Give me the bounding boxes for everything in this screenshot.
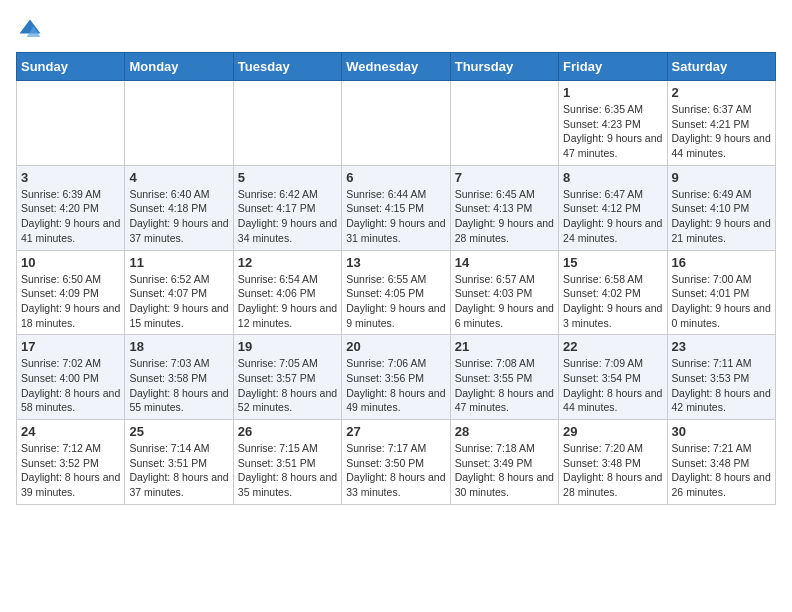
day-cell: 6Sunrise: 6:44 AM Sunset: 4:15 PM Daylig… bbox=[342, 165, 450, 250]
day-info: Sunrise: 7:11 AM Sunset: 3:53 PM Dayligh… bbox=[672, 356, 771, 415]
header-thursday: Thursday bbox=[450, 53, 558, 81]
day-info: Sunrise: 6:52 AM Sunset: 4:07 PM Dayligh… bbox=[129, 272, 228, 331]
day-number: 9 bbox=[672, 170, 771, 185]
day-info: Sunrise: 7:05 AM Sunset: 3:57 PM Dayligh… bbox=[238, 356, 337, 415]
day-cell: 10Sunrise: 6:50 AM Sunset: 4:09 PM Dayli… bbox=[17, 250, 125, 335]
day-cell: 8Sunrise: 6:47 AM Sunset: 4:12 PM Daylig… bbox=[559, 165, 667, 250]
day-info: Sunrise: 7:18 AM Sunset: 3:49 PM Dayligh… bbox=[455, 441, 554, 500]
header-row: SundayMondayTuesdayWednesdayThursdayFrid… bbox=[17, 53, 776, 81]
day-number: 21 bbox=[455, 339, 554, 354]
day-info: Sunrise: 6:57 AM Sunset: 4:03 PM Dayligh… bbox=[455, 272, 554, 331]
day-info: Sunrise: 6:49 AM Sunset: 4:10 PM Dayligh… bbox=[672, 187, 771, 246]
day-cell: 15Sunrise: 6:58 AM Sunset: 4:02 PM Dayli… bbox=[559, 250, 667, 335]
day-number: 15 bbox=[563, 255, 662, 270]
day-cell bbox=[450, 81, 558, 166]
day-cell: 12Sunrise: 6:54 AM Sunset: 4:06 PM Dayli… bbox=[233, 250, 341, 335]
day-info: Sunrise: 7:09 AM Sunset: 3:54 PM Dayligh… bbox=[563, 356, 662, 415]
calendar-table: SundayMondayTuesdayWednesdayThursdayFrid… bbox=[16, 52, 776, 505]
day-info: Sunrise: 7:03 AM Sunset: 3:58 PM Dayligh… bbox=[129, 356, 228, 415]
day-number: 6 bbox=[346, 170, 445, 185]
day-cell: 16Sunrise: 7:00 AM Sunset: 4:01 PM Dayli… bbox=[667, 250, 775, 335]
day-info: Sunrise: 7:12 AM Sunset: 3:52 PM Dayligh… bbox=[21, 441, 120, 500]
day-cell: 5Sunrise: 6:42 AM Sunset: 4:17 PM Daylig… bbox=[233, 165, 341, 250]
day-info: Sunrise: 6:40 AM Sunset: 4:18 PM Dayligh… bbox=[129, 187, 228, 246]
day-cell: 28Sunrise: 7:18 AM Sunset: 3:49 PM Dayli… bbox=[450, 420, 558, 505]
day-number: 1 bbox=[563, 85, 662, 100]
day-number: 18 bbox=[129, 339, 228, 354]
day-number: 27 bbox=[346, 424, 445, 439]
day-cell: 4Sunrise: 6:40 AM Sunset: 4:18 PM Daylig… bbox=[125, 165, 233, 250]
week-row-4: 17Sunrise: 7:02 AM Sunset: 4:00 PM Dayli… bbox=[17, 335, 776, 420]
day-info: Sunrise: 6:35 AM Sunset: 4:23 PM Dayligh… bbox=[563, 102, 662, 161]
calendar-header: SundayMondayTuesdayWednesdayThursdayFrid… bbox=[17, 53, 776, 81]
day-info: Sunrise: 6:58 AM Sunset: 4:02 PM Dayligh… bbox=[563, 272, 662, 331]
day-number: 22 bbox=[563, 339, 662, 354]
day-info: Sunrise: 6:39 AM Sunset: 4:20 PM Dayligh… bbox=[21, 187, 120, 246]
day-number: 13 bbox=[346, 255, 445, 270]
day-number: 5 bbox=[238, 170, 337, 185]
day-cell bbox=[342, 81, 450, 166]
day-info: Sunrise: 6:45 AM Sunset: 4:13 PM Dayligh… bbox=[455, 187, 554, 246]
day-number: 11 bbox=[129, 255, 228, 270]
day-info: Sunrise: 6:37 AM Sunset: 4:21 PM Dayligh… bbox=[672, 102, 771, 161]
day-info: Sunrise: 7:17 AM Sunset: 3:50 PM Dayligh… bbox=[346, 441, 445, 500]
day-number: 16 bbox=[672, 255, 771, 270]
day-cell: 2Sunrise: 6:37 AM Sunset: 4:21 PM Daylig… bbox=[667, 81, 775, 166]
day-info: Sunrise: 6:47 AM Sunset: 4:12 PM Dayligh… bbox=[563, 187, 662, 246]
day-cell: 9Sunrise: 6:49 AM Sunset: 4:10 PM Daylig… bbox=[667, 165, 775, 250]
day-info: Sunrise: 7:15 AM Sunset: 3:51 PM Dayligh… bbox=[238, 441, 337, 500]
day-cell: 26Sunrise: 7:15 AM Sunset: 3:51 PM Dayli… bbox=[233, 420, 341, 505]
day-info: Sunrise: 7:02 AM Sunset: 4:00 PM Dayligh… bbox=[21, 356, 120, 415]
day-info: Sunrise: 6:50 AM Sunset: 4:09 PM Dayligh… bbox=[21, 272, 120, 331]
day-number: 12 bbox=[238, 255, 337, 270]
day-number: 7 bbox=[455, 170, 554, 185]
day-number: 14 bbox=[455, 255, 554, 270]
day-number: 10 bbox=[21, 255, 120, 270]
day-cell: 25Sunrise: 7:14 AM Sunset: 3:51 PM Dayli… bbox=[125, 420, 233, 505]
day-cell: 20Sunrise: 7:06 AM Sunset: 3:56 PM Dayli… bbox=[342, 335, 450, 420]
day-info: Sunrise: 6:55 AM Sunset: 4:05 PM Dayligh… bbox=[346, 272, 445, 331]
day-number: 3 bbox=[21, 170, 120, 185]
day-cell: 22Sunrise: 7:09 AM Sunset: 3:54 PM Dayli… bbox=[559, 335, 667, 420]
day-number: 8 bbox=[563, 170, 662, 185]
day-number: 2 bbox=[672, 85, 771, 100]
day-number: 25 bbox=[129, 424, 228, 439]
day-number: 20 bbox=[346, 339, 445, 354]
day-cell: 1Sunrise: 6:35 AM Sunset: 4:23 PM Daylig… bbox=[559, 81, 667, 166]
day-cell bbox=[125, 81, 233, 166]
calendar-body: 1Sunrise: 6:35 AM Sunset: 4:23 PM Daylig… bbox=[17, 81, 776, 505]
day-cell: 29Sunrise: 7:20 AM Sunset: 3:48 PM Dayli… bbox=[559, 420, 667, 505]
logo-icon bbox=[16, 16, 44, 44]
day-info: Sunrise: 7:21 AM Sunset: 3:48 PM Dayligh… bbox=[672, 441, 771, 500]
day-info: Sunrise: 7:06 AM Sunset: 3:56 PM Dayligh… bbox=[346, 356, 445, 415]
day-cell: 30Sunrise: 7:21 AM Sunset: 3:48 PM Dayli… bbox=[667, 420, 775, 505]
day-number: 28 bbox=[455, 424, 554, 439]
svg-marker-0 bbox=[20, 20, 41, 34]
day-cell: 13Sunrise: 6:55 AM Sunset: 4:05 PM Dayli… bbox=[342, 250, 450, 335]
day-cell bbox=[17, 81, 125, 166]
day-cell: 3Sunrise: 6:39 AM Sunset: 4:20 PM Daylig… bbox=[17, 165, 125, 250]
day-number: 19 bbox=[238, 339, 337, 354]
day-info: Sunrise: 7:00 AM Sunset: 4:01 PM Dayligh… bbox=[672, 272, 771, 331]
day-cell: 14Sunrise: 6:57 AM Sunset: 4:03 PM Dayli… bbox=[450, 250, 558, 335]
day-cell: 27Sunrise: 7:17 AM Sunset: 3:50 PM Dayli… bbox=[342, 420, 450, 505]
day-number: 4 bbox=[129, 170, 228, 185]
day-cell: 24Sunrise: 7:12 AM Sunset: 3:52 PM Dayli… bbox=[17, 420, 125, 505]
day-info: Sunrise: 7:08 AM Sunset: 3:55 PM Dayligh… bbox=[455, 356, 554, 415]
day-info: Sunrise: 7:20 AM Sunset: 3:48 PM Dayligh… bbox=[563, 441, 662, 500]
logo bbox=[16, 16, 48, 44]
day-number: 29 bbox=[563, 424, 662, 439]
day-cell: 18Sunrise: 7:03 AM Sunset: 3:58 PM Dayli… bbox=[125, 335, 233, 420]
day-number: 26 bbox=[238, 424, 337, 439]
day-info: Sunrise: 6:54 AM Sunset: 4:06 PM Dayligh… bbox=[238, 272, 337, 331]
day-number: 24 bbox=[21, 424, 120, 439]
day-cell: 23Sunrise: 7:11 AM Sunset: 3:53 PM Dayli… bbox=[667, 335, 775, 420]
day-cell bbox=[233, 81, 341, 166]
day-number: 17 bbox=[21, 339, 120, 354]
day-number: 23 bbox=[672, 339, 771, 354]
week-row-1: 1Sunrise: 6:35 AM Sunset: 4:23 PM Daylig… bbox=[17, 81, 776, 166]
week-row-2: 3Sunrise: 6:39 AM Sunset: 4:20 PM Daylig… bbox=[17, 165, 776, 250]
header-wednesday: Wednesday bbox=[342, 53, 450, 81]
header-tuesday: Tuesday bbox=[233, 53, 341, 81]
week-row-5: 24Sunrise: 7:12 AM Sunset: 3:52 PM Dayli… bbox=[17, 420, 776, 505]
